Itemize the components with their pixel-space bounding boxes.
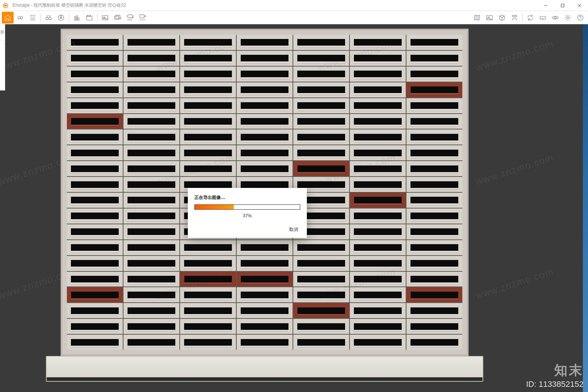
viewport-3d[interactable]: 新 www.znzmo.com www.znzmo.com www.znzmo.… — [0, 24, 588, 392]
brick-cell — [350, 335, 406, 350]
brick-cell — [67, 177, 123, 192]
sky-background — [583, 24, 588, 392]
binoculars-button[interactable] — [43, 12, 54, 24]
brick-cell — [180, 287, 236, 302]
brick-cell — [180, 303, 236, 318]
link-button[interactable] — [14, 12, 26, 24]
separator — [97, 14, 97, 22]
brick-cell — [350, 161, 406, 176]
progress-percent: 37% — [194, 213, 300, 218]
brick-cell — [406, 35, 462, 50]
visual-settings-button[interactable] — [549, 12, 561, 24]
asset-library-button[interactable] — [484, 12, 495, 24]
brick-cell — [180, 35, 236, 50]
brick-cell — [123, 240, 179, 255]
collab-button[interactable] — [509, 12, 520, 24]
brick-cell — [406, 319, 462, 334]
minimap-button[interactable] — [471, 12, 483, 24]
svg-rect-15 — [487, 15, 492, 20]
brick-cell — [237, 161, 293, 176]
separator — [522, 14, 523, 22]
home-button[interactable] — [2, 12, 14, 24]
svg-point-2 — [18, 16, 20, 19]
brick-cell — [67, 35, 123, 50]
svg-point-18 — [555, 17, 556, 18]
brick-cell — [123, 287, 179, 302]
brick-cell — [406, 145, 462, 160]
vr-button[interactable] — [537, 12, 549, 24]
batch-render-button[interactable] — [112, 12, 123, 24]
dialog-title: 正在导出图像… — [194, 195, 300, 201]
brick-cell — [406, 240, 462, 255]
watermark-id: ID: 1133852152 — [526, 379, 584, 389]
brick-cell — [350, 98, 406, 113]
brick-cell — [406, 256, 462, 271]
video-button[interactable] — [83, 12, 95, 24]
brick-cell — [67, 303, 123, 318]
progress-bar-fill — [195, 205, 234, 209]
brick-cell — [123, 193, 179, 208]
brick-cell — [180, 256, 236, 271]
brick-cell — [67, 161, 123, 176]
brick-cell — [293, 240, 349, 255]
brick-cell — [67, 240, 123, 255]
help-button[interactable] — [574, 12, 586, 24]
host-strip-item[interactable]: 新 — [0, 24, 5, 40]
maximize-button[interactable] — [554, 0, 571, 11]
settings-button[interactable] — [562, 12, 574, 24]
brick-cell — [350, 209, 406, 224]
compass-button[interactable] — [55, 12, 67, 24]
brick-cell — [67, 319, 123, 334]
close-button[interactable] — [571, 0, 588, 11]
export-exe-button[interactable]: EXE — [137, 12, 148, 24]
corner-watermark: 知末 ID: 1133852152 — [526, 361, 584, 389]
site-button[interactable] — [71, 12, 83, 24]
watermark-brand: 知末 — [526, 361, 584, 379]
material-box-button[interactable] — [496, 12, 508, 24]
titlebar: Enscape - 现代预制砖墙 镂空砖隔断 水泥镂空砖 空心砖22 — [0, 0, 588, 11]
brick-cell — [123, 129, 179, 145]
toolbar: BIM 360° EXE — [0, 11, 588, 24]
brick-cell — [406, 209, 462, 224]
brick-cell — [237, 240, 293, 255]
svg-point-16 — [488, 17, 489, 18]
sync-button[interactable] — [524, 12, 536, 24]
minimize-button[interactable] — [537, 0, 554, 11]
brick-cell — [180, 319, 236, 334]
brick-cell — [293, 272, 349, 287]
export-progress-dialog: 正在导出图像… 37% 取消 — [188, 188, 307, 238]
brick-cell — [123, 335, 179, 350]
brick-cell — [67, 51, 123, 66]
brick-cell — [406, 287, 462, 302]
panorama-360-button[interactable]: 360° — [124, 12, 136, 24]
brick-cell — [350, 303, 406, 318]
cancel-button[interactable]: 取消 — [287, 225, 300, 234]
brick-cell — [67, 82, 123, 97]
brick-cell — [406, 335, 462, 350]
brick-cell — [67, 256, 123, 271]
brick-cell — [180, 145, 236, 160]
brick-cell — [293, 303, 349, 318]
brick-cell — [180, 272, 236, 287]
app-icon — [0, 0, 11, 11]
brick-cell — [123, 145, 179, 160]
brick-cell — [293, 114, 349, 129]
svg-rect-1 — [561, 4, 564, 7]
brick-cell — [237, 35, 293, 50]
bim-manage-button[interactable]: BIM — [27, 12, 39, 24]
brick-cell — [123, 98, 179, 113]
screenshot-button[interactable] — [99, 12, 111, 24]
brick-cell — [237, 287, 293, 302]
brick-cell — [406, 161, 462, 176]
brick-cell — [67, 98, 123, 113]
brick-cell — [237, 67, 293, 82]
brick-cell — [350, 82, 406, 97]
brick-cell — [67, 114, 123, 129]
brick-cell — [180, 51, 236, 66]
brick-cell — [237, 335, 293, 350]
svg-rect-12 — [116, 15, 120, 18]
brick-cell — [237, 114, 293, 129]
progress-bar — [194, 204, 300, 210]
brick-cell — [237, 319, 293, 334]
window-title: Enscape - 现代预制砖墙 镂空砖隔断 水泥镂空砖 空心砖22 — [11, 2, 126, 8]
